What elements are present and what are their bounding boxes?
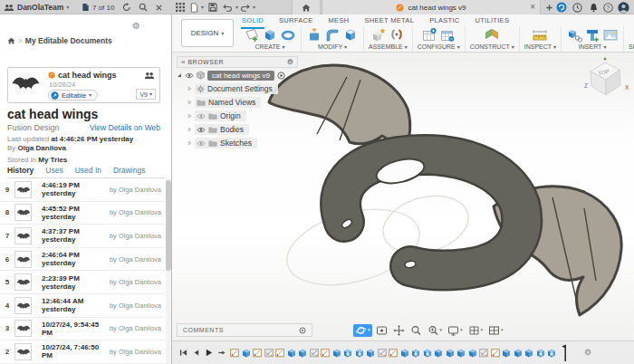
eyelight-icon[interactable] [197, 113, 206, 120]
team-switcher[interactable]: DanOlaTeam ▾ [4, 0, 69, 14]
expand-icon[interactable] [187, 113, 192, 119]
undo-button[interactable]: ▾ [223, 0, 238, 14]
home-icon[interactable] [7, 37, 15, 44]
timeline-feature-sketch[interactable] [253, 348, 262, 358]
browser-gear-icon[interactable]: ⚙ [287, 59, 293, 66]
timeline-feature-solid[interactable] [332, 348, 341, 358]
tab-uses[interactable]: Uses [45, 165, 62, 177]
expand-icon[interactable] [187, 140, 192, 146]
shell-icon[interactable] [342, 27, 359, 43]
save-icon[interactable] [208, 3, 217, 12]
timeline-feature-solid[interactable] [524, 348, 533, 358]
browser-root-label[interactable]: cat head wings v9 [207, 71, 274, 81]
eyelight-icon[interactable] [197, 140, 206, 147]
timeline-playhead[interactable] [562, 344, 569, 362]
timeline-feature-solid[interactable] [400, 348, 409, 358]
pan-tool[interactable] [391, 324, 407, 337]
timeline-feature-op[interactable] [264, 348, 274, 358]
document-tab[interactable]: cat head wings v9 × [322, 0, 541, 14]
comments-options-icon[interactable] [299, 327, 306, 334]
timeline-feature-solid[interactable] [514, 348, 523, 358]
version-dropdown[interactable]: V9 ▾ [136, 89, 156, 100]
ribbon-group-label[interactable]: CONSTRUCT▾ [470, 43, 514, 50]
tab-history[interactable]: History [7, 165, 34, 177]
refresh-icon[interactable] [122, 3, 131, 12]
browser-header[interactable]: « BROWSER ⚙ [177, 56, 298, 68]
timeline-settings-gear-icon[interactable]: ⚙ [584, 349, 591, 357]
editable-badge[interactable]: Editable ▾ [48, 90, 98, 101]
ribbon-group-label[interactable]: SELECT▾ [629, 43, 634, 50]
config-insert-icon[interactable] [439, 27, 456, 43]
version-counter[interactable]: 7 of 10 [82, 0, 114, 14]
tab-drawings[interactable]: Drawings [113, 165, 145, 177]
ribbon-group-label[interactable]: INSERT▾ [579, 43, 607, 50]
notifications-bell-icon[interactable] [589, 3, 599, 13]
browser-item-sketches[interactable]: Sketches [187, 137, 298, 149]
timeline-feature-solid[interactable] [456, 348, 466, 358]
scrollbar-track[interactable] [166, 178, 171, 364]
view-cube[interactable]: TOP X Z [582, 55, 629, 106]
ribbon-group-label[interactable]: CONFIGURE▾ [418, 43, 460, 50]
step-back-icon[interactable] [192, 349, 200, 357]
timeline-feature-hole[interactable] [547, 348, 556, 358]
activate-component-icon[interactable] [277, 72, 285, 80]
breadcrumb[interactable]: › My Editable Documents [7, 36, 112, 45]
timeline-feature-op[interactable] [310, 348, 319, 358]
viewport-canvas[interactable]: « BROWSER ⚙ cat head wings v9 Document S… [172, 53, 634, 340]
help-icon[interactable]: ? [603, 3, 613, 13]
timeline-feature-sketch[interactable] [321, 348, 330, 358]
workspace-dropdown[interactable]: DESIGN ▾ [181, 19, 234, 47]
panel-settings-gear-icon[interactable]: ⚙ [132, 22, 140, 31]
ribbon-group-label[interactable]: INSPECT▾ [524, 43, 556, 50]
breadcrumb-folder[interactable]: My Editable Documents [25, 36, 112, 45]
create-sketch-icon[interactable] [244, 27, 260, 43]
comments-bar[interactable]: COMMENTS [177, 323, 312, 337]
expand-icon[interactable] [177, 72, 182, 78]
ribbon-group-label[interactable]: MODIFY▾ [318, 43, 347, 50]
timeline-feature-op[interactable] [479, 348, 488, 358]
go-to-start-icon[interactable] [179, 349, 187, 357]
look-at-tool[interactable] [374, 324, 389, 337]
history-row[interactable]: 62:46:04 PM yesterdayby Olga Danilova [0, 248, 165, 272]
document-card[interactable]: cat head wings 10/28/24 Editable ▾ V9 ▾ [7, 67, 160, 103]
joint-icon[interactable] [389, 27, 405, 43]
grid-settings-tool[interactable]: ▾ [466, 324, 485, 337]
history-row[interactable]: 310/27/24, 9:54:45 PMby Olga Danilova [0, 318, 165, 341]
press-pull-icon[interactable] [306, 27, 322, 43]
history-row[interactable]: 210/27/24, 7:46:50 PMby Olga Danilova [0, 340, 165, 364]
history-row[interactable]: 412:46:44 AM yesterdayby Olga Danilova [0, 294, 165, 318]
close-panel-icon[interactable] [155, 4, 163, 12]
new-tab-icon[interactable] [545, 4, 553, 12]
browser-item-origin[interactable]: Origin [187, 110, 298, 122]
collaborators-icon[interactable] [144, 72, 155, 80]
job-status-icon[interactable] [556, 2, 567, 13]
display-settings-tool[interactable]: ▾ [446, 324, 465, 337]
home-tab[interactable] [292, 0, 321, 14]
view-details-link[interactable]: View Details on Web [90, 123, 160, 132]
config-table-icon[interactable] [421, 27, 437, 43]
user-avatar[interactable] [618, 2, 629, 14]
timeline-feature-sketch[interactable] [275, 348, 284, 358]
timeline-feature-solid[interactable] [298, 348, 307, 358]
timeline-feature-solid[interactable] [468, 348, 477, 358]
history-row[interactable]: 52:23:39 PM yesterdayby Olga Danilova [0, 271, 165, 294]
history-row[interactable]: 74:37:37 PM yesterdayby Olga Danilova [0, 225, 165, 248]
timeline-feature-hole[interactable] [411, 348, 420, 358]
step-forward-icon[interactable] [217, 349, 226, 357]
timeline-feature-hole[interactable] [343, 348, 352, 358]
browser-item-named-views[interactable]: Named Views [187, 96, 298, 109]
timeline-feature-solid[interactable] [287, 348, 296, 358]
solid-box-icon[interactable] [262, 27, 278, 43]
timeline-feature-hole[interactable] [536, 348, 545, 358]
construct-plane-icon[interactable] [484, 27, 500, 43]
expand-icon[interactable] [187, 86, 192, 91]
measure-icon[interactable] [532, 27, 548, 43]
browser-item-document-settings[interactable]: Document Settings [187, 82, 298, 95]
ribbon-group-label[interactable]: ASSEMBLE▾ [369, 43, 408, 50]
timeline-feature-solid[interactable] [434, 348, 443, 358]
history-row[interactable]: 94:46:19 PM yesterdayby Olga Danilova [0, 178, 165, 202]
insert-element-icon[interactable] [584, 27, 600, 43]
zoom-fit-tool[interactable]: ▾ [426, 324, 445, 337]
timeline-feature-op[interactable] [378, 348, 387, 358]
expand-icon[interactable] [187, 100, 192, 105]
